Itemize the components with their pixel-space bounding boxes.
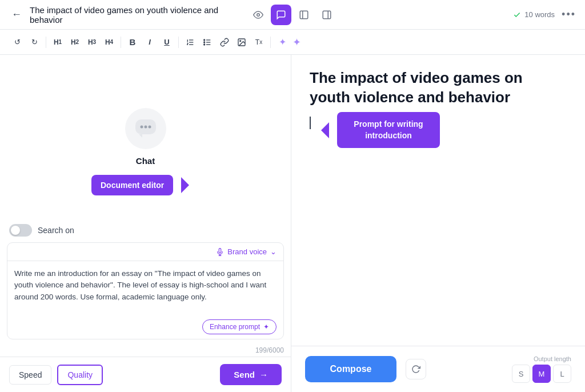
redo-button[interactable]: ↻ <box>26 35 42 49</box>
h3-button[interactable]: H3 <box>84 36 100 49</box>
word-count-display: 10 words <box>513 10 555 19</box>
compose-button[interactable]: Compose <box>305 356 396 382</box>
more-options-button[interactable]: ••• <box>562 9 576 21</box>
svg-rect-3 <box>323 11 331 19</box>
sparkle-decoration: ✦ <box>292 36 301 49</box>
ordered-list-button[interactable] <box>182 35 198 49</box>
length-s-button[interactable]: S <box>512 365 530 383</box>
brand-voice-chevron: ⌄ <box>270 247 277 256</box>
right-bottom-bar: Compose Output length S M L <box>291 346 585 392</box>
svg-rect-1 <box>300 11 308 19</box>
callout-prompt: Prompt for writing introduction <box>337 112 440 148</box>
chat-button[interactable] <box>271 5 291 25</box>
enhance-icon: ✦ <box>263 323 269 331</box>
unordered-list-button[interactable] <box>199 35 215 49</box>
topbar-center <box>248 5 337 25</box>
toolbar-separator-1 <box>46 37 46 48</box>
send-button[interactable]: Send → <box>220 364 282 385</box>
back-button[interactable]: ← <box>9 6 24 23</box>
word-count-text: 10 words <box>524 10 555 19</box>
prompt-header: Brand voice ⌄ <box>7 243 283 261</box>
callout-document-editor: Document editor <box>91 175 173 195</box>
svg-point-19 <box>148 125 151 128</box>
bottom-action-row: Speed Quality Send → <box>0 357 291 392</box>
topbar-left: ← The impact of video games on youth vio… <box>9 5 248 25</box>
link-button[interactable] <box>217 35 233 49</box>
length-options: S M L <box>512 365 571 383</box>
topbar-right: 10 words ••• <box>337 9 576 21</box>
svg-point-15 <box>240 40 241 41</box>
search-label: Search on <box>38 226 74 235</box>
h4-button[interactable]: H4 <box>101 36 117 49</box>
h2-button[interactable]: H2 <box>67 36 83 49</box>
chat-label: Chat <box>136 156 155 166</box>
main-content: Chat Document editor Search on Brand voi… <box>0 55 585 392</box>
topbar: ← The impact of video games on youth vio… <box>0 0 585 30</box>
svg-point-0 <box>257 13 260 16</box>
chat-area: Chat Document editor <box>0 55 291 218</box>
left-panel-chat: Chat Document editor Search on Brand voi… <box>0 55 291 392</box>
output-length-group: Output length S M L <box>512 355 571 383</box>
svg-point-11 <box>204 39 205 41</box>
document-heading[interactable]: The impact of video games on youth viole… <box>310 69 567 107</box>
prompt-box: Brand voice ⌄ Write me an introduction f… <box>7 242 284 339</box>
brand-voice-button[interactable]: Brand voice ⌄ <box>216 247 277 256</box>
ai-sparkle-button[interactable]: ✦ <box>274 34 290 50</box>
back-icon: ← <box>11 9 22 20</box>
send-icon: → <box>259 370 268 379</box>
length-m-button[interactable]: M <box>532 365 551 383</box>
image-button[interactable] <box>234 35 250 49</box>
search-toggle[interactable] <box>9 224 32 237</box>
send-label: Send <box>234 370 255 379</box>
layout1-button[interactable] <box>294 5 314 25</box>
italic-button[interactable]: I <box>142 35 158 49</box>
svg-point-12 <box>204 42 205 43</box>
clear-format-button[interactable]: Tx <box>251 36 267 49</box>
chat-icon <box>125 108 166 149</box>
prompt-footer: Enhance prompt ✦ <box>7 315 283 339</box>
document-title: The impact of video games on youth viole… <box>30 5 248 25</box>
prompt-textarea[interactable]: Write me an introduction for an essay on… <box>7 261 283 313</box>
toggle-knob <box>11 226 20 235</box>
toolbar-separator-2 <box>121 37 121 48</box>
bold-button[interactable]: B <box>125 35 141 49</box>
right-panel-document: The impact of video games on youth viole… <box>291 55 585 392</box>
output-length-label: Output length <box>534 355 571 362</box>
underline-button[interactable]: U <box>159 35 175 49</box>
undo-button[interactable]: ↺ <box>9 35 25 49</box>
eye-button[interactable] <box>248 5 269 25</box>
search-row: Search on <box>0 218 291 242</box>
h1-button[interactable]: H1 <box>50 36 66 49</box>
enhance-prompt-button[interactable]: Enhance prompt ✦ <box>202 319 277 334</box>
quality-button[interactable]: Quality <box>57 365 103 385</box>
layout2-button[interactable] <box>316 5 337 25</box>
refresh-button[interactable] <box>406 359 426 379</box>
svg-point-13 <box>204 44 205 45</box>
toolbar-separator-4 <box>270 37 271 48</box>
svg-point-18 <box>144 125 147 128</box>
brand-voice-label: Brand voice <box>227 247 267 256</box>
enhance-label: Enhance prompt <box>210 323 260 331</box>
char-count: 199/6000 <box>0 344 291 357</box>
cursor <box>310 117 311 129</box>
formatting-toolbar: ↺ ↻ H1 H2 H3 H4 B I U Tx ✦ ✦ <box>0 30 585 55</box>
svg-point-17 <box>140 125 143 128</box>
toolbar-separator-3 <box>178 37 179 48</box>
length-l-button[interactable]: L <box>553 365 571 383</box>
speed-button[interactable]: Speed <box>9 365 51 385</box>
